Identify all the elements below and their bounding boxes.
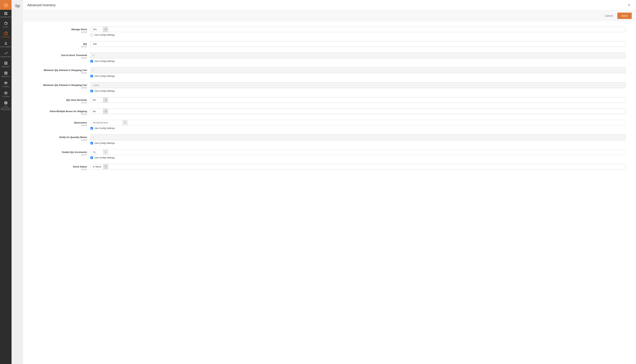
enable-qty-increments-row: Enable Qty Increments [global] No ▼ Use … [34,149,625,159]
max-qty-cart-row: Maximum Qty Allowed in Shopping Cart [gl… [34,82,625,92]
allow-multiple-boxes-select[interactable]: No ▼ [91,108,625,114]
backorders-dropdown-arrow[interactable]: ▼ [123,120,128,125]
stock-status-select[interactable]: In Stock ▼ [91,164,625,170]
backorders-config-checkbox[interactable] [91,127,93,130]
qty-row: Qty [global] [34,41,625,48]
min-qty-cart-label: Minimum Qty Allowed in Shopping Cart [34,69,87,72]
sidebar-item-dashboard[interactable]: DASHBOARD [0,10,12,20]
enable-qty-increments-scope: [global] [34,154,87,156]
notify-qty-below-scope: [global] [34,139,87,141]
backorders-use-config[interactable]: Use Config Settings [91,127,625,130]
main-content: Sp Advanced Inventory × Cancel Done Mana… [12,0,636,364]
sidebar-item-content[interactable]: CONTENT [0,60,12,69]
min-qty-cart-scope: [global] [34,72,87,74]
allow-multiple-boxes-scope: [global] [34,113,87,115]
out-of-stock-threshold-input[interactable] [91,52,625,58]
sidebar-item-marketing[interactable]: MARKETING [0,50,12,60]
notify-qty-below-config-checkbox[interactable] [91,142,93,144]
sidebar-item-customers[interactable]: CUSTOMERS [0,40,12,50]
notify-qty-below-use-config[interactable]: Use Config Settings [91,142,625,144]
backorders-row: Backorders [global] No Backorders ▼ Use … [34,120,625,130]
advanced-inventory-modal: Advanced Inventory × Cancel Done Manage … [23,0,636,364]
enable-qty-increments-config-checkbox[interactable] [91,156,93,159]
notify-qty-below-input[interactable] [91,134,625,140]
backorders-scope: [global] [34,124,87,126]
allow-multiple-boxes-row: Allow Multiple Boxes for Shipping [globa… [34,108,625,115]
enable-qty-increments-use-config[interactable]: Use Config Settings [91,156,625,159]
qty-uses-decimals-row: Qty Uses Decimals [global] No ▼ [34,97,625,104]
stock-status-label: Stock Status [34,165,87,168]
min-qty-cart-row: Minimum Qty Allowed in Shopping Cart [gl… [34,68,625,77]
sidebar-item-sales[interactable]: SALES [0,20,12,30]
out-of-stock-use-config[interactable]: Use Config Settings [91,60,625,62]
modal-title: Advanced Inventory [27,3,56,7]
notify-qty-below-row: Notify for Quantity Below [global] Use C… [34,134,625,144]
sidebar-item-catalog[interactable]: CATALOG [0,30,12,40]
min-qty-cart-input[interactable] [91,68,625,73]
done-button[interactable]: Done [617,12,632,19]
manage-stock-use-config[interactable]: Use Config Settings [91,34,625,36]
min-qty-cart-use-config[interactable]: Use Config Settings [91,75,625,77]
out-of-stock-threshold-row: Out-of-Stock Threshold [global] Use Conf… [34,52,625,62]
manage-stock-label: Manage Stock [34,28,87,31]
manage-stock-select[interactable]: Yes ▼ [91,26,625,32]
qty-input[interactable] [91,41,625,47]
max-qty-cart-config-checkbox[interactable] [91,90,93,92]
modal-actions-bar: Cancel Done [23,10,636,21]
manage-stock-row: Manage Stock [global] Yes ▼ Use Config S… [34,26,625,36]
allow-multiple-boxes-dropdown-arrow[interactable]: ▼ [103,109,108,114]
min-qty-cart-config-checkbox[interactable] [91,75,93,77]
sidebar: DASHBOARD SALES CATALOG CUSTOMERS MARKET… [0,0,12,364]
allow-multiple-boxes-label: Allow Multiple Boxes for Shipping [34,110,87,113]
stock-status-dropdown-arrow[interactable]: ▼ [103,164,108,169]
qty-label: Qty [34,42,87,45]
manage-stock-dropdown-arrow[interactable]: ▼ [103,27,108,32]
qty-uses-decimals-label: Qty Uses Decimals [34,99,87,101]
qty-uses-decimals-scope: [global] [34,102,87,104]
notify-qty-below-label: Notify for Quantity Below [34,136,87,138]
out-of-stock-config-checkbox[interactable] [91,60,93,62]
max-qty-cart-use-config[interactable]: Use Config Settings [91,90,625,92]
out-of-stock-threshold-label: Out-of-Stock Threshold [34,54,87,56]
stock-status-row: Stock Status [global] In Stock ▼ [34,164,625,170]
enable-qty-increments-select[interactable]: No ▼ [91,149,625,155]
sidebar-item-partners[interactable]: FIND PARTNERS & EXTENSIONS [0,99,12,112]
sidebar-item-system[interactable]: SYSTEM [0,89,12,99]
max-qty-cart-scope: [global] [34,87,87,89]
enable-qty-increments-dropdown-arrow[interactable]: ▼ [103,150,108,155]
manage-stock-config-checkbox[interactable] [91,34,93,36]
qty-uses-decimals-dropdown-arrow[interactable]: ▼ [103,98,108,102]
max-qty-cart-label: Maximum Qty Allowed in Shopping Cart [34,84,87,86]
qty-uses-decimals-select[interactable]: No ▼ [91,97,625,103]
manage-stock-scope: [global] [34,31,87,33]
sidebar-item-stores[interactable]: STORES [0,79,12,89]
stock-status-scope: [global] [34,168,87,170]
backorders-label: Backorders [34,121,87,124]
modal-close-button[interactable]: × [626,2,632,8]
cancel-button[interactable]: Cancel [602,13,615,19]
enable-qty-increments-label: Enable Qty Increments [34,151,87,154]
sidebar-item-reports[interactable]: REPORTS [0,69,12,79]
modal-body: Manage Stock [global] Yes ▼ Use Config S… [23,21,636,364]
out-of-stock-threshold-scope: [global] [34,57,87,59]
qty-scope: [global] [34,46,87,48]
modal-header: Advanced Inventory × [23,0,636,10]
max-qty-cart-input[interactable] [91,82,625,88]
backorders-select[interactable]: No Backorders ▼ [91,120,625,126]
sidebar-logo[interactable] [0,0,12,10]
